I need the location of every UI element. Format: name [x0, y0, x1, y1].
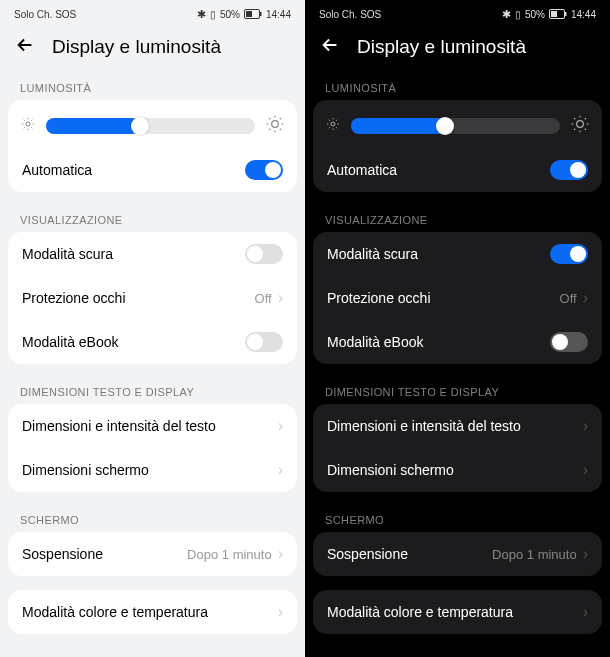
- text-size-label: Dimensioni e intensità del testo: [327, 418, 521, 434]
- auto-brightness-label: Automatica: [327, 162, 397, 178]
- section-brightness-label: LUMINOSITÀ: [0, 74, 305, 100]
- screen-size-row[interactable]: Dimensioni schermo ›: [8, 448, 297, 492]
- brightness-slider[interactable]: [46, 118, 255, 134]
- battery-percent: 50%: [525, 9, 545, 20]
- sleep-value: Dopo 1 minuto: [187, 547, 272, 562]
- chevron-right-icon: ›: [278, 461, 283, 479]
- screen-size-label: Dimensioni schermo: [327, 462, 454, 478]
- page-title: Display e luminosità: [357, 36, 526, 58]
- sleep-label: Sospensione: [327, 546, 408, 562]
- svg-rect-2: [246, 11, 252, 17]
- dark-mode-row[interactable]: Modalità scura: [313, 232, 602, 276]
- chevron-right-icon: ›: [278, 545, 283, 563]
- ebook-mode-label: Modalità eBook: [22, 334, 119, 350]
- chevron-right-icon: ›: [278, 603, 283, 621]
- svg-rect-6: [565, 12, 567, 16]
- clock-text: 14:44: [571, 9, 596, 20]
- chevron-right-icon: ›: [583, 545, 588, 563]
- chevron-right-icon: ›: [583, 461, 588, 479]
- eye-protection-row[interactable]: Protezione occhi Off ›: [313, 276, 602, 320]
- eye-protection-label: Protezione occhi: [22, 290, 126, 306]
- battery-percent: 50%: [220, 9, 240, 20]
- carrier-text: Solo Ch. SOS: [319, 9, 381, 20]
- section-brightness-label: LUMINOSITÀ: [305, 74, 610, 100]
- sun-small-icon: [20, 116, 36, 136]
- dark-mode-toggle[interactable]: [245, 244, 283, 264]
- back-arrow-icon[interactable]: [319, 34, 341, 60]
- svg-point-8: [331, 122, 335, 126]
- color-temp-label: Modalità colore e temperatura: [22, 604, 208, 620]
- sleep-row[interactable]: Sospensione Dopo 1 minuto ›: [313, 532, 602, 576]
- eye-protection-value: Off: [255, 291, 272, 306]
- chevron-right-icon: ›: [278, 417, 283, 435]
- brightness-slider-row: [313, 100, 602, 148]
- status-bar: Solo Ch. SOS ✱ ▯ 50% 14:44: [0, 0, 305, 24]
- svg-point-3: [26, 122, 30, 126]
- clock-text: 14:44: [266, 9, 291, 20]
- text-size-row[interactable]: Dimensioni e intensità del testo ›: [8, 404, 297, 448]
- ebook-mode-row[interactable]: Modalità eBook: [8, 320, 297, 364]
- color-temp-row[interactable]: Modalità colore e temperatura ›: [313, 590, 602, 634]
- color-temp-label: Modalità colore e temperatura: [327, 604, 513, 620]
- section-visualization-label: VISUALIZZAZIONE: [305, 206, 610, 232]
- screen-size-label: Dimensioni schermo: [22, 462, 149, 478]
- dark-mode-toggle[interactable]: [550, 244, 588, 264]
- dark-mode-label: Modalità scura: [327, 246, 418, 262]
- battery-icon: [244, 9, 262, 19]
- chevron-right-icon: ›: [583, 603, 588, 621]
- section-screen-label: SCHERMO: [0, 506, 305, 532]
- status-bar: Solo Ch. SOS ✱ ▯ 50% 14:44: [305, 0, 610, 24]
- ebook-mode-label: Modalità eBook: [327, 334, 424, 350]
- sleep-value: Dopo 1 minuto: [492, 547, 577, 562]
- eye-protection-value: Off: [560, 291, 577, 306]
- sun-large-icon: [570, 114, 590, 138]
- auto-brightness-toggle[interactable]: [550, 160, 588, 180]
- sun-large-icon: [265, 114, 285, 138]
- sun-small-icon: [325, 116, 341, 136]
- section-text-display-label: DIMENSIONI TESTO E DISPLAY: [0, 378, 305, 404]
- bluetooth-icon: ✱: [197, 8, 206, 21]
- text-size-label: Dimensioni e intensità del testo: [22, 418, 216, 434]
- svg-rect-7: [551, 11, 557, 17]
- sleep-label: Sospensione: [22, 546, 103, 562]
- battery-icon: [549, 9, 567, 19]
- sleep-row[interactable]: Sospensione Dopo 1 minuto ›: [8, 532, 297, 576]
- ebook-mode-row[interactable]: Modalità eBook: [313, 320, 602, 364]
- dark-mode-label: Modalità scura: [22, 246, 113, 262]
- text-size-row[interactable]: Dimensioni e intensità del testo ›: [313, 404, 602, 448]
- carrier-text: Solo Ch. SOS: [14, 9, 76, 20]
- vibrate-icon: ▯: [210, 9, 216, 20]
- page-title: Display e luminosità: [52, 36, 221, 58]
- eye-protection-label: Protezione occhi: [327, 290, 431, 306]
- brightness-slider[interactable]: [351, 118, 560, 134]
- section-screen-label: SCHERMO: [305, 506, 610, 532]
- auto-brightness-row[interactable]: Automatica: [313, 148, 602, 192]
- chevron-right-icon: ›: [583, 289, 588, 307]
- svg-point-4: [272, 121, 279, 128]
- auto-brightness-label: Automatica: [22, 162, 92, 178]
- ebook-mode-toggle[interactable]: [245, 332, 283, 352]
- ebook-mode-toggle[interactable]: [550, 332, 588, 352]
- color-temp-row[interactable]: Modalità colore e temperatura ›: [8, 590, 297, 634]
- vibrate-icon: ▯: [515, 9, 521, 20]
- back-arrow-icon[interactable]: [14, 34, 36, 60]
- chevron-right-icon: ›: [278, 289, 283, 307]
- chevron-right-icon: ›: [583, 417, 588, 435]
- bluetooth-icon: ✱: [502, 8, 511, 21]
- auto-brightness-toggle[interactable]: [245, 160, 283, 180]
- svg-rect-1: [260, 12, 262, 16]
- brightness-slider-row: [8, 100, 297, 148]
- section-text-display-label: DIMENSIONI TESTO E DISPLAY: [305, 378, 610, 404]
- eye-protection-row[interactable]: Protezione occhi Off ›: [8, 276, 297, 320]
- auto-brightness-row[interactable]: Automatica: [8, 148, 297, 192]
- screen-size-row[interactable]: Dimensioni schermo ›: [313, 448, 602, 492]
- dark-mode-row[interactable]: Modalità scura: [8, 232, 297, 276]
- svg-point-9: [577, 121, 584, 128]
- section-visualization-label: VISUALIZZAZIONE: [0, 206, 305, 232]
